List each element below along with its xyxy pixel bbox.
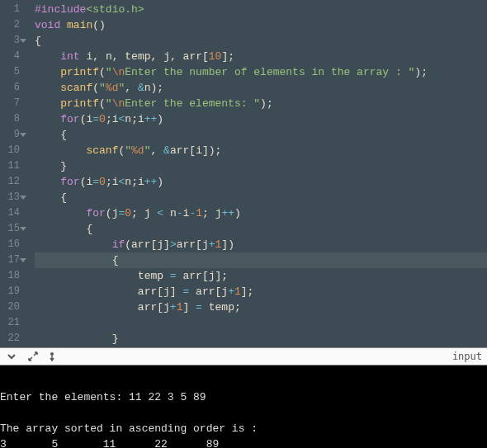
- chevron-down-icon[interactable]: [5, 350, 18, 363]
- code-line[interactable]: [35, 315, 487, 331]
- line-number: 1: [5, 2, 20, 17]
- code-line[interactable]: for(j=0; j < n-i-1; j++): [35, 205, 487, 221]
- code-line[interactable]: {: [35, 33, 487, 49]
- code-line[interactable]: arr[j+1] = temp;: [35, 299, 487, 315]
- line-number: 21: [5, 315, 20, 331]
- code-line[interactable]: printf("\nEnter the number of elements i…: [35, 64, 487, 80]
- code-line[interactable]: if(arr[j]>arr[j+1]): [35, 237, 487, 252]
- code-line[interactable]: for(i=0;i<n;i++): [35, 111, 487, 127]
- input-label: input: [452, 351, 482, 362]
- code-line[interactable]: {: [35, 252, 487, 268]
- line-number: 10: [5, 143, 20, 158]
- line-number: 18: [5, 268, 20, 284]
- line-number: 5: [5, 64, 20, 80]
- line-number: 11: [5, 158, 20, 174]
- code-line[interactable]: {: [35, 221, 487, 237]
- line-number: 7: [5, 96, 20, 111]
- line-number: 22: [5, 331, 20, 347]
- line-number: 17: [5, 252, 20, 268]
- line-number: 14: [5, 205, 20, 221]
- code-line[interactable]: {: [35, 190, 487, 205]
- line-number: 12: [5, 174, 20, 190]
- code-line[interactable]: printf("\nEnter the elements: ");: [35, 96, 487, 111]
- code-area[interactable]: #include<stdio.h>void main(){ int i, n, …: [28, 0, 487, 347]
- line-number: 16: [5, 237, 20, 252]
- code-line[interactable]: }: [35, 331, 487, 347]
- code-line[interactable]: }: [35, 158, 487, 174]
- terminal-toolbar: input: [0, 347, 487, 365]
- line-number: 8: [5, 111, 20, 127]
- code-line[interactable]: int i, n, temp, j, arr[10];: [35, 49, 487, 64]
- terminal-output[interactable]: Enter the elements: 11 22 3 5 89 The arr…: [0, 365, 487, 448]
- code-editor[interactable]: 12345678910111213141516171819202122 #inc…: [0, 0, 487, 347]
- line-number: 2: [5, 17, 20, 33]
- line-number: 19: [5, 284, 20, 299]
- line-number: 6: [5, 80, 20, 96]
- code-line[interactable]: scanf("%d", &arr[i]);: [35, 143, 487, 158]
- line-number: 4: [5, 49, 20, 64]
- code-line[interactable]: arr[j] = arr[j+1];: [35, 284, 487, 299]
- line-number-gutter: 12345678910111213141516171819202122: [0, 0, 28, 347]
- step-icon[interactable]: [48, 350, 61, 363]
- code-line[interactable]: for(i=0;i<n;i++): [35, 174, 487, 190]
- code-line[interactable]: void main(): [35, 17, 487, 33]
- line-number: 20: [5, 299, 20, 315]
- line-number: 3: [5, 33, 20, 49]
- code-line[interactable]: temp = arr[j];: [35, 268, 487, 284]
- code-line[interactable]: scanf("%d", &n);: [35, 80, 487, 96]
- code-line[interactable]: {: [35, 127, 487, 143]
- svg-point-0: [50, 352, 54, 356]
- line-number: 13: [5, 190, 20, 205]
- line-number: 9: [5, 127, 20, 143]
- code-line[interactable]: #include<stdio.h>: [35, 2, 487, 17]
- expand-icon[interactable]: [26, 350, 40, 363]
- line-number: 15: [5, 221, 20, 237]
